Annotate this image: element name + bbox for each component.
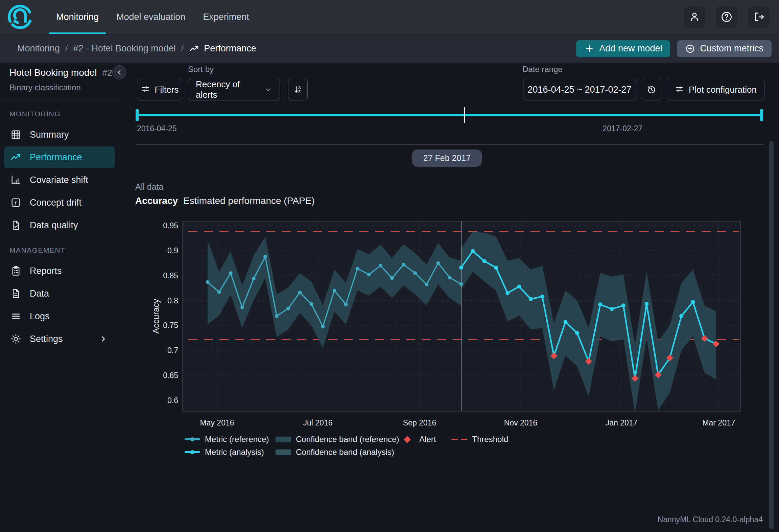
user-button[interactable] (684, 6, 705, 28)
data-point[interactable] (482, 259, 487, 263)
data-point[interactable] (356, 267, 359, 271)
circled-plus-icon (685, 44, 695, 54)
filters-button[interactable]: Filters (137, 79, 182, 100)
sidebar: Hotel Booking model #2 Binary classifica… (0, 63, 119, 532)
custom-metrics-button[interactable]: Custom metrics (677, 40, 772, 57)
summary-grid-icon (10, 129, 30, 140)
add-new-model-button[interactable]: Add new model (576, 40, 670, 57)
sidebar-item-summary[interactable]: Summary (4, 124, 115, 145)
logout-button[interactable] (748, 6, 770, 28)
sidebar-item-label: Data (30, 288, 49, 299)
data-point[interactable] (402, 263, 405, 267)
breadcrumb-item-model[interactable]: #2 - Hotel Booking model (73, 43, 176, 54)
bar-chart-icon (10, 174, 30, 186)
vertical-scrollbar[interactable] (769, 141, 774, 529)
data-point[interactable] (217, 290, 221, 294)
legend-item-confidence-band-analysis[interactable]: Confidence band (analysis) (276, 447, 402, 457)
data-point[interactable] (517, 284, 521, 288)
data-point[interactable] (494, 265, 498, 270)
date-range-slider[interactable] (137, 114, 762, 116)
sidebar-collapse-button[interactable] (112, 65, 126, 79)
data-point[interactable] (644, 302, 648, 306)
trend-up-icon (189, 43, 200, 54)
help-button[interactable] (716, 6, 737, 28)
sort-order-button[interactable]: AZ (288, 79, 308, 100)
sidebar-section-monitoring: MONITORINGSummaryPerformanceCovariate sh… (0, 102, 119, 236)
data-point[interactable] (379, 264, 382, 268)
data-point[interactable] (413, 271, 417, 275)
sidebar-item-covariate-shift[interactable]: Covariate shift (4, 169, 115, 191)
cursor-date-pill[interactable]: 27 Feb 2017 (412, 149, 482, 167)
tab-model-evaluation[interactable]: Model evaluation (108, 0, 194, 34)
chart-title: Accuracy Estimated performance (PAPE) (135, 195, 315, 206)
data-point[interactable] (436, 261, 440, 265)
sidebar-item-data[interactable]: Data (4, 283, 115, 304)
data-point[interactable] (333, 289, 336, 293)
svg-text:Z: Z (298, 90, 301, 94)
tab-experiment[interactable]: Experiment (194, 0, 258, 34)
date-range-input[interactable]: 2016-04-25 ~ 2017-02-27 (523, 79, 636, 100)
performance-chart[interactable]: 0.60.650.70.750.80.850.90.95May 2016Jul … (149, 216, 754, 435)
data-point[interactable] (229, 271, 233, 275)
data-point[interactable] (691, 300, 695, 304)
data-point[interactable] (529, 297, 533, 301)
sidebar-item-data-quality[interactable]: Data quality (4, 214, 115, 236)
sidebar-item-label: Logs (30, 311, 50, 322)
data-point[interactable] (240, 306, 244, 309)
legend-item-alert[interactable]: Alert (402, 435, 436, 444)
data-point[interactable] (471, 249, 475, 253)
data-point[interactable] (206, 280, 209, 284)
date-range-label: Date range (522, 65, 563, 74)
data-point[interactable] (621, 303, 625, 307)
sliders-icon (141, 85, 150, 94)
sidebar-item-reports[interactable]: Reports (4, 260, 115, 282)
plot-configuration-button[interactable]: Plot configuration (667, 79, 764, 100)
x-tick-label: Nov 2016 (504, 418, 537, 427)
data-point[interactable] (298, 291, 302, 294)
data-point[interactable] (563, 320, 567, 324)
sort-select[interactable]: Recency of alerts (188, 79, 280, 100)
sidebar-item-logs[interactable]: Logs (4, 305, 115, 327)
x-tick-label: Mar 2017 (702, 418, 735, 427)
tab-monitoring[interactable]: Monitoring (47, 0, 108, 34)
legend-item-confidence-band-reference[interactable]: Confidence band (reference) (276, 435, 402, 444)
data-point[interactable] (540, 295, 544, 299)
legend-label: Alert (419, 435, 436, 444)
sidebar-item-settings[interactable]: Settings (4, 328, 115, 350)
data-point[interactable] (425, 283, 428, 286)
trend-up-icon (10, 152, 30, 163)
x-tick-label: Sep 2016 (403, 418, 436, 427)
data-point[interactable] (252, 277, 256, 280)
data-point[interactable] (263, 255, 267, 258)
nannyml-logo[interactable] (5, 2, 34, 31)
data-point[interactable] (344, 303, 348, 306)
legend-item-threshold[interactable]: Threshold (451, 435, 508, 444)
legend-item-metric-reference[interactable]: Metric (reference) (185, 435, 276, 444)
data-point[interactable] (367, 273, 371, 276)
sidebar-item-performance[interactable]: Performance (4, 146, 115, 168)
header-actions: Add new model Custom metrics (576, 34, 772, 63)
reset-date-range-button[interactable] (642, 79, 661, 100)
breadcrumb-item-monitoring[interactable]: Monitoring (17, 43, 60, 54)
sidebar-item-concept-drift[interactable]: fConcept drift (4, 192, 115, 213)
legend-label: Metric (reference) (205, 435, 269, 444)
slider-handle-end[interactable] (760, 109, 763, 121)
data-point[interactable] (390, 276, 394, 280)
data-point[interactable] (459, 265, 463, 270)
legend-item-metric-analysis[interactable]: Metric (analysis) (185, 447, 276, 457)
data-point[interactable] (610, 307, 614, 311)
breadcrumb-bar: Monitoring / #2 - Hotel Booking model / … (0, 34, 779, 63)
data-point[interactable] (448, 276, 451, 279)
data-point[interactable] (321, 325, 325, 328)
data-point[interactable] (505, 291, 510, 295)
data-point[interactable] (598, 302, 602, 306)
slider-cursor[interactable] (464, 107, 465, 123)
data-point[interactable] (309, 302, 313, 306)
data-point[interactable] (275, 314, 279, 318)
data-point[interactable] (459, 282, 463, 286)
data-point[interactable] (679, 314, 683, 318)
data-point[interactable] (286, 307, 290, 310)
data-point[interactable] (575, 331, 579, 335)
sidebar-model-header: Hotel Booking model #2 Binary classifica… (9, 67, 112, 92)
slider-handle-start[interactable] (136, 109, 139, 121)
